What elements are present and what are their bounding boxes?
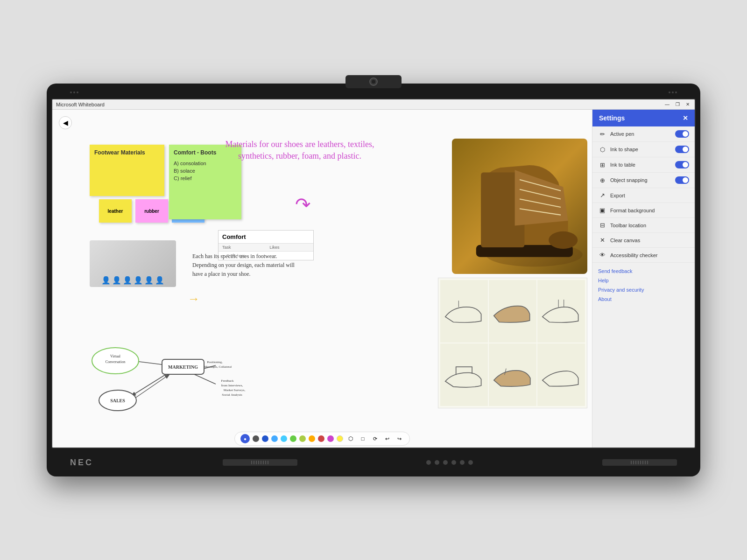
ink-table-icon: ⊞ bbox=[598, 161, 606, 168]
clear-canvas-label: Clear canvas bbox=[610, 238, 689, 243]
back-button[interactable]: ◀ bbox=[59, 116, 72, 129]
lasso-tool[interactable]: ⟳ bbox=[370, 434, 380, 443]
svg-text:Messages, Collateral: Messages, Collateral bbox=[204, 365, 232, 369]
ink-shape-toggle[interactable] bbox=[675, 146, 689, 153]
camera-dot bbox=[372, 80, 375, 84]
ink-table-toggle[interactable] bbox=[675, 161, 689, 168]
settings-item-clear-canvas[interactable]: ✕ Clear canvas bbox=[592, 233, 695, 248]
pen-blue-dark[interactable] bbox=[262, 435, 268, 442]
redo-tool[interactable]: ↪ bbox=[395, 434, 404, 443]
pen-cyan[interactable] bbox=[281, 435, 287, 442]
sticky-title: Footwear Materials bbox=[94, 149, 160, 156]
sketch-6 bbox=[537, 343, 585, 406]
privacy-link[interactable]: Privacy and security bbox=[598, 285, 689, 294]
object-snap-toggle[interactable] bbox=[675, 176, 689, 184]
monitor-bottom: NEC bbox=[51, 448, 696, 476]
active-pen-icon: ✏ bbox=[598, 131, 606, 138]
settings-item-toolbar-loc[interactable]: ⊟ Toolbar location bbox=[592, 218, 695, 233]
settings-item-format-bg[interactable]: ▣ Format background bbox=[592, 203, 695, 218]
send-feedback-link[interactable]: Send feedback bbox=[598, 266, 689, 276]
accessibility-label: Accessibility checker bbox=[610, 252, 689, 258]
pen-red[interactable] bbox=[318, 435, 324, 442]
nec-logo: NEC bbox=[70, 458, 93, 468]
svg-text:Social Analysis: Social Analysis bbox=[222, 393, 242, 397]
people-group: 👤👤 👤👤 👤👤 bbox=[101, 276, 164, 285]
svg-text:MARKETING: MARKETING bbox=[168, 364, 198, 370]
pen-lime[interactable] bbox=[299, 435, 306, 442]
monitor-top-bar bbox=[51, 88, 696, 97]
yellow-arrow-icon: → bbox=[188, 292, 200, 306]
settings-item-ink-shape[interactable]: ⬡ Ink to shape bbox=[592, 142, 695, 157]
format-bg-icon: ▣ bbox=[598, 207, 606, 214]
toolbar-loc-icon: ⊟ bbox=[598, 222, 606, 229]
sticky-rubber[interactable]: rubber bbox=[135, 199, 168, 223]
pen-blue[interactable] bbox=[271, 435, 278, 442]
title-bar: Microsoft Whiteboard — ❐ ✕ bbox=[52, 99, 695, 110]
help-link[interactable]: Help bbox=[598, 276, 689, 285]
settings-header: Settings ✕ bbox=[592, 110, 695, 126]
sticky-leather[interactable]: leather bbox=[99, 199, 132, 223]
svg-text:Feedback: Feedback bbox=[221, 379, 234, 383]
speaker-left bbox=[70, 91, 78, 93]
sticky-item-3: C) relief bbox=[174, 175, 237, 181]
settings-item-object-snapping[interactable]: ⊕ Object snapping bbox=[592, 173, 695, 188]
marketing-diagram: Virtual Conversation MARKETING SALES Pos… bbox=[90, 335, 258, 424]
body-text: Each has its specific uses in footwear. … bbox=[192, 252, 295, 279]
indicator-dots bbox=[426, 460, 473, 465]
handwritten-title: Materials for our shoes are leathers, te… bbox=[220, 139, 379, 162]
window-controls: — ❐ ✕ bbox=[664, 101, 691, 108]
settings-item-accessibility[interactable]: 👁 Accessibility checker bbox=[592, 248, 695, 263]
shape-tool[interactable]: ⬡ bbox=[346, 434, 355, 443]
settings-footer: Send feedback Help Privacy and security … bbox=[592, 263, 695, 308]
sketch-3 bbox=[537, 280, 585, 343]
svg-line-12 bbox=[132, 372, 169, 396]
pen-yellow[interactable] bbox=[337, 435, 343, 442]
sticky-item-2: B) solace bbox=[174, 168, 237, 174]
settings-item-export[interactable]: ↗ Export bbox=[592, 188, 695, 203]
pen-green[interactable] bbox=[290, 435, 296, 442]
shoe-image bbox=[452, 139, 587, 274]
pen-orange[interactable] bbox=[309, 435, 315, 442]
ink-shape-label: Ink to shape bbox=[610, 147, 675, 152]
bottom-toolbar: ● ⬡ □ ⟳ ↩ ↪ bbox=[234, 432, 410, 446]
object-snap-label: Object snapping bbox=[610, 177, 675, 183]
comfort-table-header: Task Likes bbox=[218, 244, 313, 252]
active-pen-toggle[interactable] bbox=[675, 130, 689, 138]
minimize-button[interactable]: — bbox=[664, 101, 670, 108]
sticky-footwear-materials[interactable]: Footwear Materials bbox=[90, 145, 164, 196]
svg-text:Conversation: Conversation bbox=[106, 360, 126, 364]
sketch-1 bbox=[440, 280, 488, 343]
pen-black[interactable] bbox=[253, 435, 259, 442]
toolbar-loc-label: Toolbar location bbox=[610, 223, 689, 228]
marketing-svg: Virtual Conversation MARKETING SALES Pos… bbox=[90, 335, 258, 424]
pen-purple[interactable] bbox=[327, 435, 334, 442]
canvas-area[interactable]: ◀ Footwear Materials leather rubber Text… bbox=[52, 110, 592, 448]
about-link[interactable]: About bbox=[598, 294, 689, 304]
settings-item-active-pen[interactable]: ✏ Active pen bbox=[592, 126, 695, 142]
sketch-2 bbox=[489, 280, 536, 343]
close-button[interactable]: ✕ bbox=[684, 101, 691, 108]
svg-text:from Interviews,: from Interviews, bbox=[221, 384, 243, 387]
restore-button[interactable]: ❐ bbox=[674, 101, 681, 108]
ink-table-label: Ink to table bbox=[610, 162, 675, 168]
comfort-table-title: Comfort bbox=[218, 231, 313, 244]
screen: Microsoft Whiteboard — ❐ ✕ ◀ Footwear Ma… bbox=[51, 98, 696, 448]
svg-text:Positioning,: Positioning, bbox=[207, 360, 223, 364]
camera-bar bbox=[345, 75, 402, 88]
settings-item-ink-table[interactable]: ⊞ Ink to table bbox=[592, 157, 695, 173]
speaker-right-grill bbox=[602, 459, 677, 466]
settings-title: Settings bbox=[599, 114, 625, 122]
undo-tool[interactable]: ↩ bbox=[382, 434, 392, 443]
svg-point-7 bbox=[549, 231, 578, 249]
speaker-right bbox=[669, 91, 677, 93]
accessibility-icon: 👁 bbox=[598, 252, 606, 259]
settings-close-icon[interactable]: ✕ bbox=[683, 114, 688, 122]
ink-shape-icon: ⬡ bbox=[598, 146, 606, 153]
svg-text:Virtual: Virtual bbox=[110, 354, 121, 358]
sketch-5 bbox=[489, 343, 536, 406]
people-image: 👤👤 👤👤 👤👤 bbox=[90, 240, 176, 287]
svg-line-15 bbox=[132, 375, 169, 400]
select-box-tool[interactable]: □ bbox=[358, 434, 367, 443]
select-tool[interactable]: ● bbox=[240, 434, 250, 443]
monitor: Microsoft Whiteboard — ❐ ✕ ◀ Footwear Ma… bbox=[47, 84, 700, 476]
